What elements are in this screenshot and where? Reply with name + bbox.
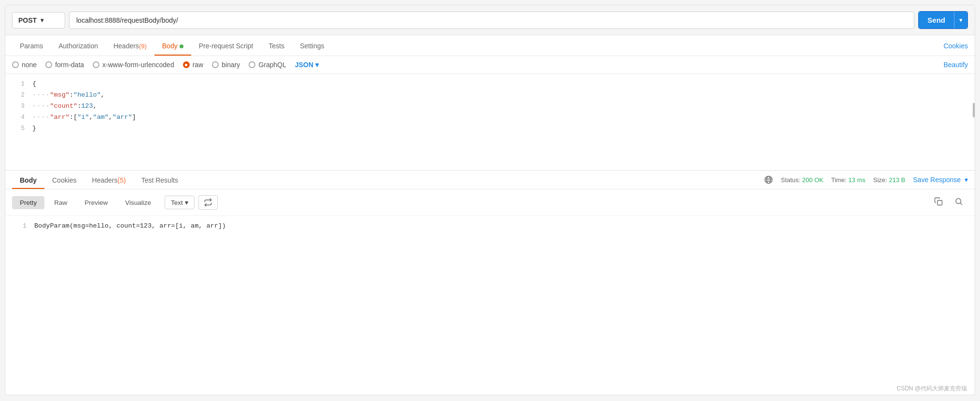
text-format-selector[interactable]: Text ▾ xyxy=(165,196,195,209)
save-response-button[interactable]: Save Response ▾ xyxy=(913,176,968,184)
url-input[interactable] xyxy=(69,12,914,29)
chevron-down-icon: ▾ xyxy=(41,17,43,24)
radio-binary xyxy=(212,61,219,68)
response-tab-headers[interactable]: Headers(5) xyxy=(84,171,134,189)
body-options-row: none form-data x-www-form-urlencoded raw… xyxy=(5,56,975,74)
chevron-down-icon: ▾ xyxy=(315,61,319,69)
search-button[interactable] xyxy=(950,194,968,211)
wrap-lines-button[interactable] xyxy=(198,195,218,210)
request-tabs: Params Authorization Headers(9) Body Pre… xyxy=(5,35,975,56)
option-graphql[interactable]: GraphQL xyxy=(249,61,286,69)
radio-form-data xyxy=(45,61,52,68)
svg-line-7 xyxy=(960,203,962,204)
response-format-row: Pretty Raw Preview Visualize Text ▾ xyxy=(5,189,975,216)
format-visualize-button[interactable]: Visualize xyxy=(117,196,159,209)
globe-icon xyxy=(764,175,773,185)
code-line-2: 2 ····"msg":"hello", xyxy=(5,90,975,101)
watermark: CSDN @代码大师麦克劳瑞 xyxy=(5,382,975,395)
code-line-5: 5 } xyxy=(5,123,975,134)
option-binary[interactable]: binary xyxy=(212,61,240,69)
format-selector[interactable]: JSON ▾ xyxy=(295,61,319,69)
send-button[interactable]: Send xyxy=(919,12,954,29)
send-dropdown-button[interactable]: ▾ xyxy=(954,12,967,29)
format-preview-button[interactable]: Preview xyxy=(77,196,115,209)
status-label: Status: 200 OK xyxy=(781,176,824,184)
tab-tests[interactable]: Tests xyxy=(261,35,293,56)
tab-pre-request-script[interactable]: Pre-request Script xyxy=(191,35,261,56)
response-tab-cookies[interactable]: Cookies xyxy=(44,171,84,189)
svg-rect-5 xyxy=(938,200,942,205)
response-status-area: Status: 200 OK Time: 13 ms Size: 213 B S… xyxy=(764,175,968,185)
svg-point-6 xyxy=(956,199,961,204)
code-line-4: 4 ····"arr":["i","am","arr"] xyxy=(5,112,975,123)
cookies-link[interactable]: Cookies xyxy=(943,35,968,56)
tab-params[interactable]: Params xyxy=(12,35,51,56)
response-tabs-row: Body Cookies Headers(5) Test Results Sta… xyxy=(5,171,975,189)
copy-button[interactable] xyxy=(929,194,948,211)
request-body-editor[interactable]: 1 { 2 ····"msg":"hello", 3 ····"count":1… xyxy=(5,74,975,171)
response-tab-test-results[interactable]: Test Results xyxy=(134,171,186,189)
radio-none xyxy=(12,61,19,68)
copy-icon xyxy=(934,197,943,206)
tab-headers[interactable]: Headers(9) xyxy=(106,35,154,56)
tab-body[interactable]: Body xyxy=(154,35,191,56)
search-icon xyxy=(954,197,963,206)
response-body: 1 BodyParam(msg=hello, count=123, arr=[i… xyxy=(5,216,975,382)
method-label: POST xyxy=(18,16,37,24)
time-label: Time: 13 ms xyxy=(831,176,866,184)
beautify-button[interactable]: Beautify xyxy=(943,61,968,69)
code-line-1: 1 { xyxy=(5,79,975,90)
body-active-dot xyxy=(180,44,183,48)
option-x-www-form-urlencoded[interactable]: x-www-form-urlencoded xyxy=(93,61,174,69)
radio-graphql xyxy=(249,61,255,68)
tab-settings[interactable]: Settings xyxy=(292,35,332,56)
code-line-3: 3 ····"count":123, xyxy=(5,101,975,112)
url-bar: POST ▾ Send ▾ xyxy=(5,5,975,35)
format-raw-button[interactable]: Raw xyxy=(46,196,75,209)
wrap-icon xyxy=(204,198,212,207)
chevron-down-icon: ▾ xyxy=(185,199,188,206)
response-line-1: 1 BodyParam(msg=hello, count=123, arr=[i… xyxy=(12,221,968,232)
send-group: Send ▾ xyxy=(918,11,968,29)
option-raw[interactable]: raw xyxy=(183,61,204,69)
response-section: Body Cookies Headers(5) Test Results Sta… xyxy=(5,171,975,382)
tab-authorization[interactable]: Authorization xyxy=(51,35,106,56)
scrollbar-indicator xyxy=(973,103,975,117)
response-tab-body[interactable]: Body xyxy=(12,171,44,189)
method-selector[interactable]: POST ▾ xyxy=(12,12,65,29)
option-form-data[interactable]: form-data xyxy=(45,61,84,69)
format-pretty-button[interactable]: Pretty xyxy=(12,196,44,209)
radio-x-www xyxy=(93,61,99,68)
size-label: Size: 213 B xyxy=(873,176,906,184)
radio-raw xyxy=(183,61,190,68)
option-none[interactable]: none xyxy=(12,61,37,69)
